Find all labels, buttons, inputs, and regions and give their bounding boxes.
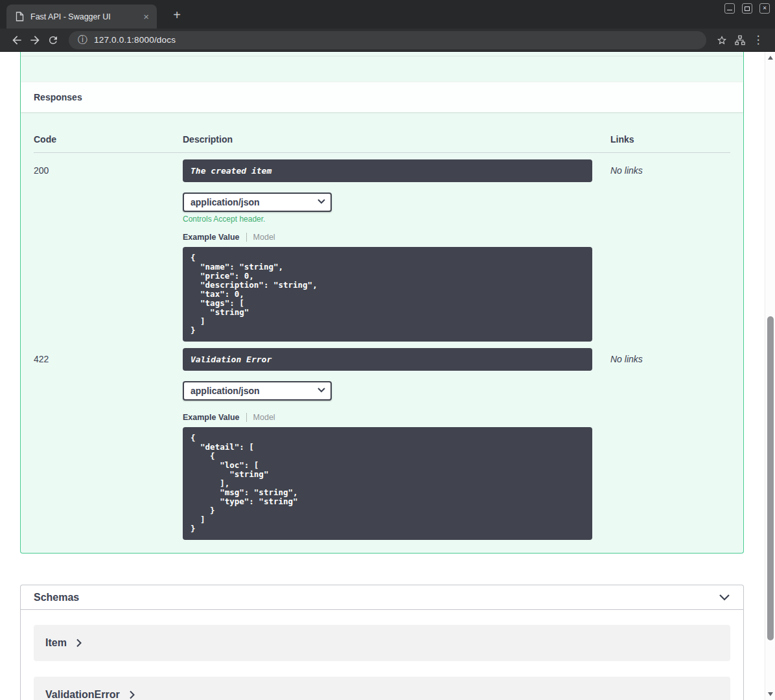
tab-model[interactable]: Model [253, 233, 275, 242]
new-tab-button[interactable]: + [168, 6, 185, 23]
responses-table-header: Code Description Links [34, 125, 730, 153]
chevron-right-icon [129, 690, 135, 699]
window-maximize-button[interactable] [742, 3, 752, 14]
response-links: No links [610, 348, 730, 540]
response-row-200: 200 The created item application/json Co… [34, 153, 730, 342]
star-icon [716, 34, 728, 46]
swagger-page: Responses Code Description Links 200 The… [0, 52, 765, 700]
col-header-code: Code [34, 134, 183, 145]
minimize-icon [727, 10, 732, 10]
tab-strip: Fast API - Swagger UI × + ✕ [0, 0, 775, 29]
response-code: 200 [34, 159, 183, 342]
example-model-tabs: Example Value Model [183, 413, 610, 422]
chevron-down-icon[interactable] [719, 594, 730, 601]
reload-icon [47, 34, 59, 46]
model-name: Item [45, 637, 67, 649]
address-bar[interactable]: ⓘ 127.0.0.1:8000/docs [69, 31, 706, 49]
reload-button[interactable] [44, 31, 62, 49]
example-json-422: { "detail": [ { "loc": [ "string" ], "ms… [183, 427, 592, 540]
sitemap-icon [734, 34, 746, 46]
schemas-section: Schemas Item ValidationError [20, 585, 744, 700]
tab-example-value[interactable]: Example Value [183, 413, 240, 422]
page-favicon-icon [16, 12, 24, 21]
kebab-menu-icon: ⋮ [753, 33, 764, 47]
tab-model[interactable]: Model [253, 413, 275, 422]
window-close-button[interactable]: ✕ [759, 3, 770, 14]
responses-title: Responses [34, 92, 82, 102]
accept-header-note: Controls Accept header. [183, 215, 610, 224]
back-arrow-icon [10, 34, 23, 47]
browser-menu-button[interactable]: ⋮ [749, 31, 767, 49]
bookmark-star-button[interactable] [713, 31, 731, 49]
tab-separator [246, 233, 247, 242]
tab-title: Fast API - Swagger UI [30, 12, 141, 21]
schemas-body: Item ValidationError [21, 610, 743, 700]
model-row-validationerror[interactable]: ValidationError [34, 677, 730, 700]
site-info-icon[interactable]: ⓘ [78, 34, 87, 46]
tab-separator [246, 413, 247, 422]
page-scrollbar[interactable] [765, 52, 775, 700]
response-row-422: 422 Validation Error application/json Ex… [34, 342, 730, 540]
chevron-right-icon [76, 638, 82, 648]
schemas-title: Schemas [34, 592, 79, 603]
example-model-tabs: Example Value Model [183, 233, 610, 242]
close-icon: ✕ [763, 6, 767, 11]
extension-sitemap-button[interactable] [731, 31, 749, 49]
url-text[interactable]: 127.0.0.1:8000/docs [94, 35, 176, 45]
media-type-select[interactable]: application/json [183, 381, 332, 401]
media-type-select[interactable]: application/json [183, 192, 332, 212]
browser-toolbar: ⓘ 127.0.0.1:8000/docs ⋮ [0, 29, 775, 52]
schemas-header[interactable]: Schemas [21, 585, 743, 610]
scroll-down-arrow-icon[interactable] [768, 692, 773, 696]
media-type-control: application/json [183, 192, 332, 212]
col-header-description: Description [183, 134, 610, 145]
model-row-item[interactable]: Item [34, 625, 730, 661]
window-controls: ✕ [724, 3, 770, 14]
back-button[interactable] [8, 31, 26, 49]
scrollbar-thumb[interactable] [767, 316, 774, 640]
scroll-up-arrow-icon[interactable] [768, 56, 773, 60]
col-header-links: Links [610, 134, 730, 145]
tab-close-icon[interactable]: × [141, 10, 152, 23]
response-description: Validation Error [183, 348, 592, 371]
responses-section-header[interactable]: Responses [21, 82, 743, 112]
example-json-200: { "name": "string", "price": 0, "descrip… [183, 247, 592, 342]
browser-tab[interactable]: Fast API - Swagger UI × [6, 5, 157, 29]
post-opblock: Responses Code Description Links 200 The… [20, 52, 744, 554]
media-type-control: application/json [183, 381, 332, 401]
window-minimize-button[interactable] [724, 3, 735, 14]
response-description: The created item [183, 159, 592, 182]
forward-arrow-icon [29, 34, 41, 47]
forward-button[interactable] [26, 31, 44, 49]
model-name: ValidationError [45, 689, 120, 700]
response-code: 422 [34, 348, 183, 540]
maximize-icon [745, 6, 750, 11]
tab-example-value[interactable]: Example Value [183, 233, 240, 242]
response-links: No links [610, 159, 730, 342]
opblock-spacer [21, 52, 743, 82]
responses-body: Code Description Links 200 The created i… [21, 112, 743, 553]
